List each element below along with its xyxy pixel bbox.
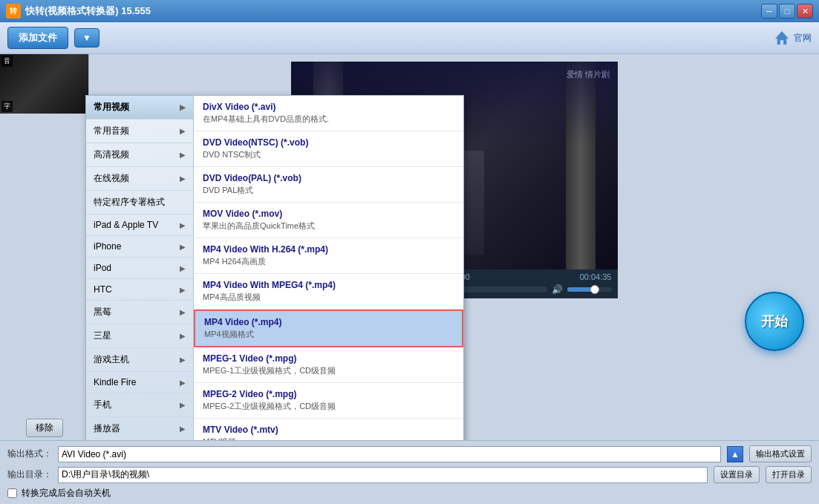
menu-item-samsung[interactable]: 三星 ▶	[86, 324, 193, 348]
format-item-mp4-mpeg4[interactable]: MP4 Video With MPEG4 (*.mp4) MP4高品质视频	[194, 274, 463, 310]
auto-shutdown-row: 转换完成后会自动关机	[7, 487, 812, 500]
dropdown-left-menu: 常用视频 ▶ 常用音频 ▶ 高清视频 ▶ 在线视频 ▶ 特定程序专署格式	[86, 96, 194, 440]
minimize-button[interactable]: ─	[761, 4, 777, 19]
format-desc: MP4 H264高画质	[203, 256, 454, 267]
menu-label: 常用音频	[94, 125, 129, 137]
menu-item-mobile[interactable]: 手机 ▶	[86, 393, 193, 417]
chevron-icon: ▶	[180, 425, 186, 433]
menu-item-hd-video[interactable]: 高清视频 ▶	[86, 143, 193, 167]
menu-item-blackberry[interactable]: 黑莓 ▶	[86, 301, 193, 324]
format-desc: MP4视频格式	[204, 329, 453, 340]
output-format-label: 输出格式：	[7, 448, 52, 460]
chevron-icon: ▶	[180, 174, 186, 183]
chevron-icon: ▶	[180, 332, 186, 340]
format-item-mpeg2[interactable]: MPEG-2 Video (*.mpg) MPEG-2工业级视频格式，CD级音频	[194, 383, 463, 419]
home-icon	[775, 31, 789, 45]
menu-label: 三星	[94, 330, 111, 342]
toolbar: 添加文件 ▼ 官网	[0, 22, 819, 54]
add-file-button[interactable]: 添加文件	[7, 27, 68, 49]
format-desc: DVD NTSC制式	[203, 149, 454, 160]
chevron-icon: ▶	[180, 103, 186, 111]
menu-label: 播放器	[94, 422, 120, 435]
format-desc: MTV视频	[203, 436, 454, 440]
menu-label: HTC	[94, 284, 112, 295]
format-title: MP4 Video With MPEG4 (*.mp4)	[203, 280, 454, 290]
output-dir-row: 输出目录： 设置目录 打开目录	[7, 466, 812, 483]
volume-handle[interactable]	[590, 285, 599, 294]
subtitle-label: 字	[1, 101, 13, 112]
format-title: DVD Video(NTSC) (*.vob)	[203, 137, 454, 148]
file-thumbnail: 音 字	[0, 54, 88, 114]
menu-label: iPod	[94, 263, 111, 273]
format-desc: MPEG-1工业级视频格式，CD级音频	[203, 365, 454, 376]
menu-label: 黑莓	[94, 306, 111, 318]
menu-label: 特定程序专署格式	[94, 196, 165, 209]
chevron-icon: ▶	[180, 379, 186, 387]
format-item-divx[interactable]: DivX Video (*.avi) 在MP4基础上具有DVD品质的格式.	[194, 96, 463, 131]
chevron-icon: ▶	[180, 308, 186, 316]
format-desc: MPEG-2工业级视频格式，CD级音频	[203, 401, 454, 412]
format-title: MP4 Video With H.264 (*.mp4)	[203, 244, 454, 255]
app-icon: 转	[6, 4, 21, 19]
maximize-button[interactable]: □	[779, 4, 795, 19]
menu-item-special[interactable]: 特定程序专署格式	[86, 191, 193, 215]
format-title: MPEG-2 Video (*.mpg)	[203, 389, 454, 399]
menu-label: Kindle Fire	[94, 377, 136, 387]
chevron-icon: ▶	[180, 127, 186, 135]
guanwang-link[interactable]: 官网	[775, 31, 812, 45]
menu-item-common-video[interactable]: 常用视频 ▶	[86, 96, 193, 120]
output-format-row: 输出格式： ▲ 输出格式设置	[7, 445, 812, 462]
format-item-dvd-ntsc[interactable]: DVD Video(NTSC) (*.vob) DVD NTSC制式	[194, 131, 463, 167]
output-format-input[interactable]	[58, 446, 721, 462]
video-text-overlay: 爱情 情片剧	[567, 69, 610, 80]
format-item-mp4[interactable]: MP4 Video (*.mp4) MP4视频格式	[194, 310, 463, 347]
format-dropdown-button[interactable]: ▼	[74, 28, 99, 48]
menu-label: iPad & Apple TV	[94, 220, 158, 230]
format-item-mp4-h264[interactable]: MP4 Video With H.264 (*.mp4) MP4 H264高画质	[194, 238, 463, 274]
left-panel: 音 字 移除	[0, 54, 89, 440]
chevron-icon: ▶	[180, 401, 186, 409]
output-dir-input[interactable]	[58, 467, 708, 483]
open-dir-button[interactable]: 打开目录	[766, 466, 812, 483]
close-button[interactable]: ✕	[797, 4, 813, 19]
menu-item-kindle[interactable]: Kindle Fire ▶	[86, 372, 193, 393]
bottom-area: 输出格式： ▲ 输出格式设置 输出目录： 设置目录 打开目录 转换完成后会自动关…	[0, 440, 819, 504]
menu-item-htc[interactable]: HTC ▶	[86, 279, 193, 301]
format-item-mpeg1[interactable]: MPEG-1 Video (*.mpg) MPEG-1工业级视频格式，CD级音频	[194, 347, 463, 383]
output-format-settings-button[interactable]: 输出格式设置	[749, 445, 812, 462]
format-item-dvd-pal[interactable]: DVD Video(PAL) (*.vob) DVD PAL格式	[194, 167, 463, 203]
format-title: MTV Video (*.mtv)	[203, 425, 454, 435]
output-dir-label: 输出目录：	[7, 468, 52, 481]
set-dir-button[interactable]: 设置目录	[714, 466, 760, 483]
volume-bar[interactable]	[567, 287, 612, 292]
window-title: 快转(视频格式转换器) 15.555	[25, 4, 761, 18]
menu-item-ipad-apple[interactable]: iPad & Apple TV ▶	[86, 215, 193, 236]
time-total: 00:04:35	[580, 272, 612, 281]
remove-button[interactable]: 移除	[26, 419, 63, 437]
format-item-mtv[interactable]: MTV Video (*.mtv) MTV视频	[194, 419, 463, 440]
auto-shutdown-checkbox[interactable]	[7, 488, 17, 498]
file-list-area	[0, 114, 88, 416]
menu-item-online-video[interactable]: 在线视频 ▶	[86, 167, 193, 191]
menu-item-iphone[interactable]: iPhone ▶	[86, 236, 193, 258]
auto-shutdown-label: 转换完成后会自动关机	[22, 487, 111, 500]
menu-item-common-audio[interactable]: 常用音频 ▶	[86, 120, 193, 143]
menu-label: 在线视频	[94, 172, 129, 185]
window-controls: ─ □ ✕	[761, 4, 813, 19]
menu-label: 高清视频	[94, 148, 129, 161]
start-btn-area: 开始	[745, 292, 804, 351]
content-main: 音 字 移除 常用视频 ▶ 常用音频 ▶ 高清视频	[0, 54, 819, 440]
chevron-icon: ▶	[180, 356, 186, 364]
menu-item-game-console[interactable]: 游戏主机 ▶	[86, 348, 193, 372]
output-format-arrow[interactable]: ▲	[727, 446, 743, 462]
menu-item-player[interactable]: 播放器 ▶	[86, 417, 193, 440]
chevron-icon: ▶	[180, 221, 186, 229]
menu-item-ipod[interactable]: iPod ▶	[86, 258, 193, 279]
format-list: DivX Video (*.avi) 在MP4基础上具有DVD品质的格式. DV…	[194, 96, 463, 440]
menu-label: iPhone	[94, 241, 121, 252]
menu-label: 手机	[94, 399, 111, 411]
chevron-icon: ▶	[180, 264, 186, 272]
menu-label: 游戏主机	[94, 353, 129, 366]
format-item-mov[interactable]: MOV Video (*.mov) 苹果出的高品质QuickTime格式	[194, 203, 463, 238]
start-button[interactable]: 开始	[745, 292, 804, 351]
